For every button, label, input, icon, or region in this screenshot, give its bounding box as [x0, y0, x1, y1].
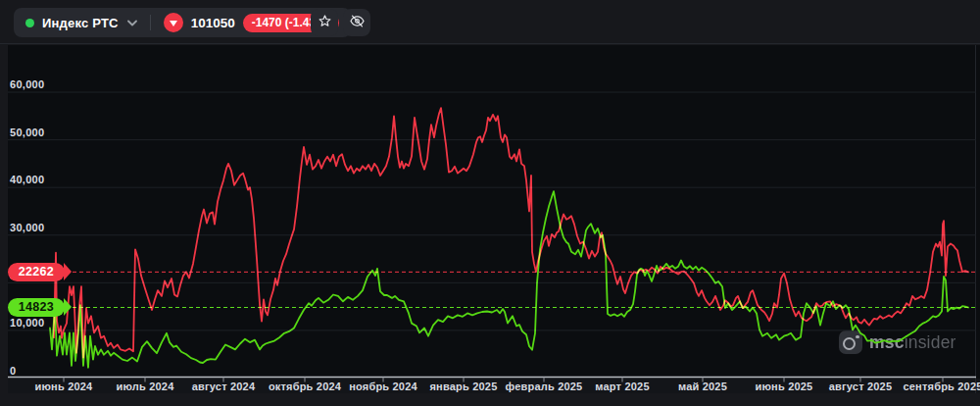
instrument-status-dot — [25, 19, 34, 27]
y-axis-label: 50,000 — [10, 127, 44, 138]
y-axis-label: 30,000 — [10, 222, 44, 233]
divider — [150, 15, 151, 30]
y-axis-label: 60,000 — [10, 78, 44, 90]
eye-off-icon — [349, 13, 366, 33]
price-marker-badge: 14823 — [8, 298, 65, 317]
instrument-quote-bar[interactable]: Индекс РТС 101050 -1470 (-1.43%) — [14, 8, 351, 37]
y-axis-label: 10,000 — [10, 317, 44, 329]
x-axis-label: сентябрь 2025 — [884, 381, 980, 392]
triangle-down-icon — [164, 13, 183, 32]
green-series — [50, 191, 968, 368]
instrument-name[interactable]: Индекс РТС — [42, 16, 119, 30]
hide-chart-button[interactable] — [343, 9, 370, 36]
star-icon — [317, 13, 333, 33]
favorite-button[interactable] — [311, 9, 338, 36]
price-marker-badge: 22262 — [8, 263, 65, 281]
quote-value: 101050 — [191, 16, 235, 30]
y-axis-label: 40,000 — [10, 174, 44, 185]
trading-chart-screen: mscinsider 60,00050,00040,00030,00020,00… — [0, 0, 980, 406]
red-series — [54, 108, 968, 358]
chevron-down-icon[interactable] — [127, 20, 137, 26]
y-axis-label: 0 — [10, 365, 16, 377]
price-chart[interactable] — [0, 0, 980, 406]
